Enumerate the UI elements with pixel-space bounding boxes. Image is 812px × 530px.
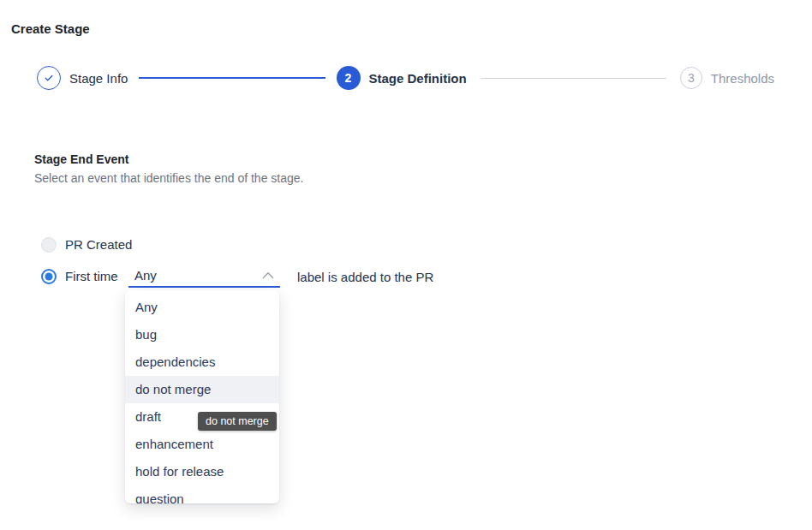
chevron-up-icon <box>262 271 274 279</box>
step-3-circle: 3 <box>680 67 702 89</box>
dropdown-item-enhancement[interactable]: enhancement <box>125 431 279 458</box>
step-2-circle: 2 <box>337 66 361 90</box>
dropdown-item-do-not-merge[interactable]: do not merge <box>125 376 279 403</box>
dropdown-item-bug[interactable]: bug <box>125 321 279 348</box>
step-thresholds: 3 Thresholds <box>680 67 774 89</box>
radio-label-first-time: First time <box>65 269 118 284</box>
radio-option-first-time[interactable]: First time <box>41 269 118 284</box>
stage-end-event-heading: Stage End Event <box>34 152 128 166</box>
step-1-label: Stage Info <box>69 71 128 86</box>
step-stage-definition[interactable]: 2 Stage Definition <box>337 66 467 90</box>
label-select[interactable]: Any <box>128 265 280 288</box>
select-suffix-text: label is added to the PR <box>297 270 433 284</box>
step-stage-info[interactable]: Stage Info <box>37 66 128 90</box>
check-icon <box>43 72 55 84</box>
step-1-circle <box>37 66 61 90</box>
step-3-label: Thresholds <box>711 71 774 86</box>
stepper-connector-completed <box>139 77 325 79</box>
radio-option-pr-created[interactable]: PR Created <box>41 237 132 253</box>
create-stage-page: Create Stage Stage Info 2 Stage Definiti… <box>0 0 812 530</box>
label-dropdown-menu: Any bug dependencies do not merge draft … <box>125 290 279 503</box>
label-select-value: Any <box>134 268 157 283</box>
dropdown-item-dependencies[interactable]: dependencies <box>125 348 279 376</box>
dropdown-item-hold-for-release[interactable]: hold for release <box>125 458 279 485</box>
step-2-label: Stage Definition <box>369 71 467 86</box>
page-title: Create Stage <box>11 21 90 36</box>
stepper: Stage Info 2 Stage Definition 3 Threshol… <box>37 66 774 90</box>
dropdown-item-question[interactable]: question <box>125 485 279 503</box>
dropdown-item-any[interactable]: Any <box>125 294 279 321</box>
radio-label-pr-created: PR Created <box>65 237 132 253</box>
stepper-connector-upcoming <box>481 78 666 79</box>
radio-button-selected[interactable] <box>41 269 57 284</box>
do-not-merge-tooltip: do not merge <box>198 412 277 431</box>
stage-end-event-description: Select an event that identifies the end … <box>34 171 303 185</box>
radio-button-unselected[interactable] <box>41 237 57 253</box>
